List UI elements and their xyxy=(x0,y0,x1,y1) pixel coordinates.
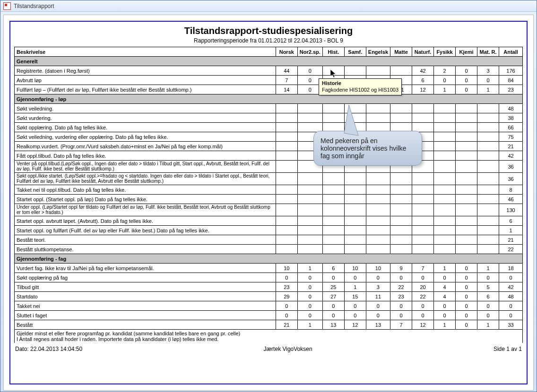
table-row: Avbrutt løp 706000 84 xyxy=(15,76,523,85)
footer-date: Dato: 22.04.2013 14:04:50 xyxy=(15,346,82,352)
table-row: Sluttet i faget 0000000000 0 xyxy=(15,311,523,320)
table-row: Søkt opplæring. Dato på fag telles ikke.… xyxy=(15,123,523,132)
table-row: Takket nei til oppl.tilbud. Dato på fag … xyxy=(15,185,523,195)
callout-text: Med pekeren på en kolonneoverskrift vise… xyxy=(320,137,406,160)
table-row: Under oppl. (Løp/Startet oppl før tildat… xyxy=(15,204,523,216)
col-hist[interactable]: Hist. xyxy=(322,47,344,57)
app-icon xyxy=(3,2,11,10)
table-row: Vurdert fag. Ikke krav til Ja/Nei på fag… xyxy=(15,264,523,273)
table-row: Takket nei 0000000000 0 xyxy=(15,301,523,311)
column-tooltip: Historie Fagkodene HIS1002 og HIS1003 xyxy=(319,78,402,95)
titlebar[interactable]: Tilstandsrapport xyxy=(0,0,537,12)
tooltip-title: Historie xyxy=(322,80,398,87)
table-row: Bestått 211131213712101 33 xyxy=(15,320,523,330)
report-page: Tilstandsrapport-studiespesialisering Ra… xyxy=(3,15,534,391)
col-antall[interactable]: Antall xyxy=(499,47,523,57)
col-naturf[interactable]: Naturf. xyxy=(412,47,434,57)
footnote-line1: Gjelder minst et eller flere programfag … xyxy=(17,331,520,336)
table-row: Søkt veiledning.48 xyxy=(15,104,523,113)
col-beskrivelse[interactable]: Beskrivelse xyxy=(15,47,276,57)
table-row: Tilbud gitt 23025132220405 42 xyxy=(15,282,523,292)
table-row: Realkomp.vurdert. (Progr.omr./Vurd saksb… xyxy=(15,142,523,151)
section-lop: Gjennomføring - løp xyxy=(15,94,523,104)
app-window: Tilstandsrapport Tilstandsrapport-studie… xyxy=(0,0,537,392)
page-footer: Dato: 22.04.2013 14:04:50 Jærtek VigoVok… xyxy=(14,343,523,352)
footer-page: Side 1 av 1 xyxy=(494,346,522,352)
report-table: Beskrivelse Norsk Nor2.sp. Hist. Samf. E… xyxy=(14,47,523,343)
section-fag: Gjennomføring - fag xyxy=(15,254,523,264)
table-row: Bestått teori.21 xyxy=(15,235,523,245)
table-row: Registrerte. (datoen i Reg.først) 440422… xyxy=(15,66,523,76)
table-row: Startdato 2902715112322406 48 xyxy=(15,292,523,301)
window-title: Tilstandsrapport xyxy=(14,3,54,9)
footer-center: Jærtek VigoVoksen xyxy=(263,346,312,352)
table-row: Søkt oppl./ikke startet. (Løp/Søkt oppl.… xyxy=(15,173,523,185)
col-nor2sp[interactable]: Nor2.sp. xyxy=(297,47,322,57)
table-row: Søkt vurdering.38 xyxy=(15,113,523,123)
table-row: Søkt veiledning, vurdering eller opplæri… xyxy=(15,132,523,142)
table-row: Bestått sluttkompetanse.22 xyxy=(15,245,523,254)
col-matte[interactable]: Matte xyxy=(390,47,412,57)
table-row: Startet oppl. (Startet oppl. på løp) Dat… xyxy=(15,195,523,204)
table-row: Startet oppl. og fullført (Fullf. del av… xyxy=(15,226,523,235)
col-kjemi[interactable]: Kjemi xyxy=(456,47,477,57)
footnote-row: Gjelder minst et eller flere programfag … xyxy=(15,330,523,343)
table-row: Fått oppl.tilbud. Dato på fag telles ikk… xyxy=(15,151,523,161)
section-generelt: Generelt xyxy=(15,57,523,66)
table-row: Startet oppl. avbrutt løpet. (Avbrutt). … xyxy=(15,216,523,226)
table-row: Venter på oppl.tilbud.(Løp/Søk oppl., In… xyxy=(15,161,523,173)
col-fysikk[interactable]: Fysikk xyxy=(434,47,456,57)
table-row: Fullført løp – (Fullført del av løp, Ful… xyxy=(15,85,523,94)
table-row: Søkt opplæring på fag 0000000000 0 xyxy=(15,273,523,282)
col-engelsk[interactable]: Engelsk xyxy=(366,47,390,57)
col-matr[interactable]: Mat. R. xyxy=(477,47,499,57)
header-row: Beskrivelse Norsk Nor2.sp. Hist. Samf. E… xyxy=(15,47,523,57)
col-norsk[interactable]: Norsk xyxy=(276,47,297,57)
report-subtitle: Rapporteringsperiode fra 01.01.2012 til … xyxy=(14,37,523,44)
col-samf[interactable]: Samf. xyxy=(344,47,366,57)
tooltip-body: Fagkodene HIS1002 og HIS1003 xyxy=(322,87,398,94)
report-title: Tilstandsrapport-studiespesialisering xyxy=(14,26,523,36)
footnote-line2: I Antall regnes antall hoder i raden. Im… xyxy=(17,336,520,342)
